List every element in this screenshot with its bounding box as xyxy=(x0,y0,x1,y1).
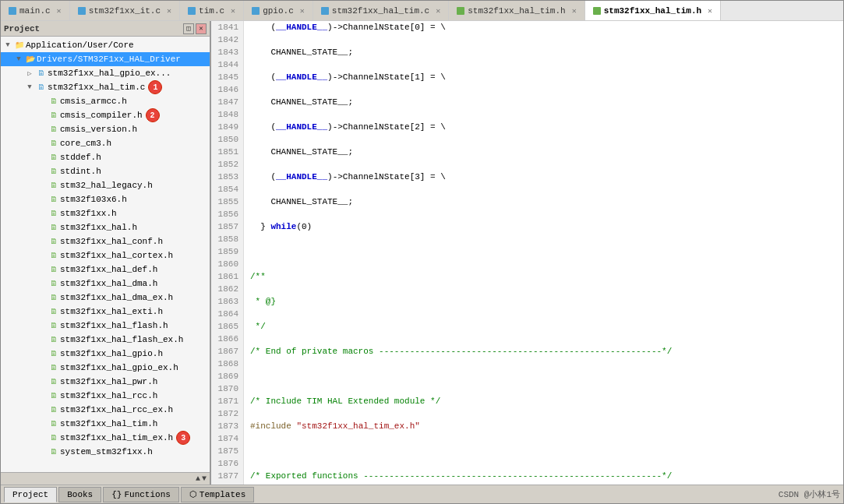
tree-item-hal-gpio-ex[interactable]: 🗎 stm32f1xx_hal_gpio_ex.h xyxy=(1,361,210,375)
left-panel: Project ◫ ✕ ▼ 📁 Application/User/Core ▼ … xyxy=(1,21,211,485)
tab-hal-tim-h-2-label: stm32f1xx_hal_tim.h xyxy=(604,6,701,16)
tree-item-hal-rcc-ex[interactable]: 🗎 stm32f1xx_hal_rcc_ex.h xyxy=(1,403,210,417)
label-stm32f103x6: stm32f103x6.h xyxy=(60,195,127,204)
tree-item-hal-dma-ex[interactable]: 🗎 stm32f1xx_hal_dma_ex.h xyxy=(1,291,210,305)
tab-close-6[interactable]: ✕ xyxy=(572,6,577,16)
tab-hal-tim-c[interactable]: stm32f1xx_hal_tim.c ✕ xyxy=(313,1,449,21)
functions-label: Functions xyxy=(124,490,170,499)
folder-icon-root: 📁 xyxy=(13,41,26,50)
tree-item-stm32f103x6[interactable]: 🗎 stm32f103x6.h xyxy=(1,192,210,206)
label-stdint: stdint.h xyxy=(60,167,101,176)
label-hal-dma-ex: stm32f1xx_hal_dma_ex.h xyxy=(60,293,173,302)
tab-templates[interactable]: ⬡ Templates xyxy=(181,487,254,502)
tree-item-hal-cortex[interactable]: 🗎 stm32f1xx_hal_cortex.h xyxy=(1,248,210,263)
tab-project[interactable]: Project xyxy=(4,487,57,502)
books-label: Books xyxy=(67,490,93,499)
tree-item-hal-tim-c[interactable]: ▼ 🗎 stm32f1xx_hal_tim.c 1 xyxy=(1,80,210,94)
tab-hal-tim-h-1[interactable]: stm32f1xx_hal_tim.h ✕ xyxy=(449,1,584,21)
label-hal-rcc-ex: stm32f1xx_hal_rcc_ex.h xyxy=(60,405,173,414)
tree-item-hal[interactable]: 🗎 stm32f1xx_hal.h xyxy=(1,220,210,234)
label-hal-pwr: stm32f1xx_hal_pwr.h xyxy=(60,377,157,386)
tab-hal-tim-h-2[interactable]: stm32f1xx_hal_tim.h ✕ xyxy=(585,1,721,21)
h-icon-hal-tim-ex-h: 🗎 xyxy=(48,433,60,442)
folder-icon-drivers: 📂 xyxy=(24,55,37,64)
tab-functions[interactable]: {} Functions xyxy=(103,487,179,502)
tree-item-hal-exti[interactable]: 🗎 stm32f1xx_hal_exti.h xyxy=(1,305,210,319)
c-icon-hal-tim: 🗎 xyxy=(35,83,48,92)
tree-item-hal-pwr[interactable]: 🗎 stm32f1xx_hal_pwr.h xyxy=(1,375,210,389)
tree-item-gpio-ex[interactable]: ▷ 🗎 stm32f1xx_hal_gpio_ex... xyxy=(1,66,210,80)
tree-item-root[interactable]: ▼ 📁 Application/User/Core xyxy=(1,38,210,52)
tab-books[interactable]: Books xyxy=(58,487,101,502)
tree-item-hal-legacy[interactable]: 🗎 stm32_hal_legacy.h xyxy=(1,178,210,192)
label-hal-cortex: stm32f1xx_hal_cortex.h xyxy=(60,251,173,260)
tab-close-7[interactable]: ✕ xyxy=(708,6,712,16)
label-system-stm32: system_stm32f1xx.h xyxy=(60,447,153,456)
code-content: (__HANDLE__)->ChannelNState[0] = \ CHANN… xyxy=(244,21,843,485)
tree-item-hal-tim-ex-h[interactable]: 🗎 stm32f1xx_hal_tim_ex.h 3 xyxy=(1,431,210,445)
tree-item-drivers[interactable]: ▼ 📂 Drivers/STM32F1xx_HAL_Driver xyxy=(1,52,210,66)
tab-close-5[interactable]: ✕ xyxy=(436,6,440,16)
scroll-up-btn[interactable]: ▲ xyxy=(196,474,200,483)
close-panel-button[interactable]: ✕ xyxy=(196,23,207,34)
tree-item-hal-def[interactable]: 🗎 stm32f1xx_hal_def.h xyxy=(1,263,210,277)
tab-hal-tim-c-label: stm32f1xx_hal_tim.c xyxy=(332,6,429,16)
tree-item-stm32f1xx[interactable]: 🗎 stm32f1xx.h xyxy=(1,206,210,220)
tab-close-4[interactable]: ✕ xyxy=(300,6,305,16)
header-buttons: ◫ ✕ xyxy=(183,23,207,34)
tab-hal-tim-h-1-label: stm32f1xx_hal_tim.h xyxy=(468,6,565,16)
tab-main-c[interactable]: main.c ✕ xyxy=(1,1,70,21)
tab-close-1[interactable]: ✕ xyxy=(57,6,62,16)
h-icon-hal-flash-ex: 🗎 xyxy=(48,335,60,344)
watermark: CSDN @小林1号 xyxy=(779,488,840,500)
tree-item-hal-tim-h[interactable]: 🗎 stm32f1xx_hal_tim.h xyxy=(1,417,210,431)
scroll-down-btn[interactable]: ▼ xyxy=(202,474,207,483)
tree-item-hal-flash[interactable]: 🗎 stm32f1xx_hal_flash.h xyxy=(1,319,210,333)
tree-item-stddef[interactable]: 🗎 stddef.h xyxy=(1,150,210,164)
h-icon-hal-conf: 🗎 xyxy=(48,237,60,246)
tree-item-cmsis-armcc[interactable]: 🗎 cmsis_armcc.h xyxy=(1,94,210,108)
tree-item-hal-dma[interactable]: 🗎 stm32f1xx_hal_dma.h xyxy=(1,277,210,291)
tab-gpio-c-label: gpio.c xyxy=(263,6,294,16)
pin-button[interactable]: ◫ xyxy=(183,23,194,34)
expand-arrow-hal-tim: ▼ xyxy=(24,83,35,91)
code-area[interactable]: 1841 1842 1843 1844 1845 1846 1847 1848 … xyxy=(211,21,843,485)
h-icon-cmsis-armcc: 🗎 xyxy=(48,97,60,106)
c-icon-gpio: 🗎 xyxy=(35,69,48,78)
tab-gpio-c[interactable]: gpio.c ✕ xyxy=(244,1,313,21)
tab-close-2[interactable]: ✕ xyxy=(167,6,171,16)
label-hal-gpio: stm32f1xx_hal_gpio.h xyxy=(60,349,163,358)
label-hal-rcc: stm32f1xx_hal_rcc.h xyxy=(60,391,157,400)
scroll-controls: ▲ ▼ xyxy=(1,472,210,485)
line-numbers: 1841 1842 1843 1844 1845 1846 1847 1848 … xyxy=(211,21,244,485)
h-icon-stddef: 🗎 xyxy=(48,153,60,162)
label-cmsis-armcc: cmsis_armcc.h xyxy=(60,97,127,106)
label-stddef: stddef.h xyxy=(60,153,101,162)
tree-item-core-cm3[interactable]: 🗎 core_cm3.h xyxy=(1,136,210,150)
tree-item-stdint[interactable]: 🗎 stdint.h xyxy=(1,164,210,178)
h-file-icon-2 xyxy=(593,7,601,15)
tree-item-hal-flash-ex[interactable]: 🗎 stm32f1xx_hal_flash_ex.h xyxy=(1,333,210,347)
annotation-2: 2 xyxy=(146,108,160,122)
h-icon-hal-rcc: 🗎 xyxy=(48,391,60,400)
project-label: Project xyxy=(12,490,48,499)
h-icon-system-stm32: 🗎 xyxy=(48,447,60,456)
tree-item-hal-gpio[interactable]: 🗎 stm32f1xx_hal_gpio.h xyxy=(1,347,210,361)
label-hal-flash-ex: stm32f1xx_hal_flash_ex.h xyxy=(60,335,183,344)
tree-item-hal-conf[interactable]: 🗎 stm32f1xx_hal_conf.h xyxy=(1,234,210,248)
app-window: main.c ✕ stm32f1xx_it.c ✕ tim.c ✕ gpio.c… xyxy=(0,0,844,504)
tab-stm32-it[interactable]: stm32f1xx_it.c ✕ xyxy=(70,1,180,21)
tree-view[interactable]: ▼ 📁 Application/User/Core ▼ 📂 Drivers/ST… xyxy=(1,37,210,472)
templates-icon: ⬡ xyxy=(189,489,197,499)
tree-item-cmsis-compiler[interactable]: 🗎 cmsis_compiler.h 2 xyxy=(1,108,210,122)
label-hal-tim-h: stm32f1xx_hal_tim.h xyxy=(60,419,157,428)
h-icon-hal-exti: 🗎 xyxy=(48,307,60,316)
panel-header: Project ◫ ✕ xyxy=(1,21,210,37)
tab-close-3[interactable]: ✕ xyxy=(231,6,235,16)
tree-item-system-stm32[interactable]: 🗎 system_stm32f1xx.h xyxy=(1,445,210,459)
label-hal-tim-ex-h: stm32f1xx_hal_tim_ex.h xyxy=(60,433,173,442)
h-icon-hal-rcc-ex: 🗎 xyxy=(48,405,60,414)
tree-item-cmsis-version[interactable]: 🗎 cmsis_version.h xyxy=(1,122,210,136)
tree-item-hal-rcc[interactable]: 🗎 stm32f1xx_hal_rcc.h xyxy=(1,389,210,403)
tab-tim-c[interactable]: tim.c ✕ xyxy=(180,1,244,21)
